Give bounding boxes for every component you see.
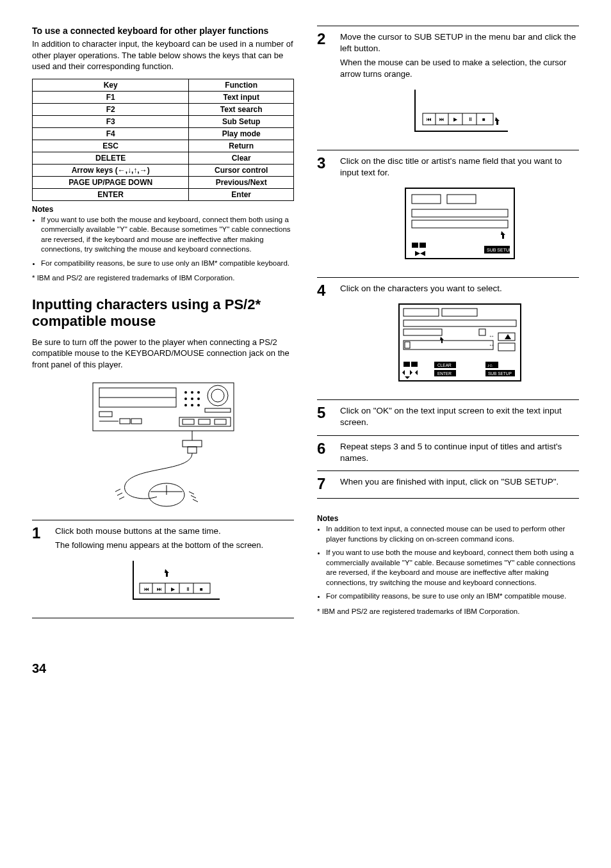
step-2-text: Move the cursor to SUB SETUP in the menu… bbox=[340, 32, 576, 53]
svg-text:↔: ↔ bbox=[489, 333, 494, 339]
svg-rect-62 bbox=[442, 309, 477, 316]
svg-rect-21 bbox=[199, 419, 210, 424]
svg-marker-75 bbox=[402, 370, 405, 375]
svg-rect-19 bbox=[179, 417, 231, 426]
svg-text:⏮: ⏮ bbox=[427, 117, 432, 122]
svg-rect-53 bbox=[412, 220, 508, 228]
step-3-diagram: SUB SETUP bbox=[340, 185, 579, 262]
svg-rect-63 bbox=[403, 320, 516, 326]
table-row: F4Play mode bbox=[33, 127, 294, 140]
step-4-text: Click on the characters you want to sele… bbox=[340, 284, 502, 293]
svg-point-7 bbox=[184, 391, 187, 394]
keyboard-intro-text: In addition to character input, the keyb… bbox=[32, 38, 294, 72]
svg-marker-72 bbox=[505, 334, 511, 339]
step-number: 4 bbox=[317, 283, 331, 393]
page-number: 34 bbox=[32, 661, 579, 676]
svg-point-10 bbox=[184, 398, 187, 400]
svg-text:⏮: ⏮ bbox=[144, 586, 149, 592]
svg-rect-60 bbox=[399, 304, 521, 381]
step-2-diagram: ⏮ ⏭ ▶ ⏸ ■ bbox=[340, 86, 579, 134]
svg-marker-77 bbox=[415, 370, 418, 375]
svg-rect-22 bbox=[215, 419, 226, 424]
svg-rect-74 bbox=[411, 362, 418, 367]
svg-text:▶: ▶ bbox=[171, 586, 175, 592]
table-row: Arrow keys (←,↓,↑,→)Cursor control bbox=[33, 164, 294, 176]
svg-text:⏸: ⏸ bbox=[468, 117, 473, 122]
svg-rect-61 bbox=[403, 309, 439, 316]
step-number: 2 bbox=[317, 31, 331, 143]
svg-rect-6 bbox=[131, 419, 142, 424]
svg-marker-57 bbox=[420, 251, 425, 256]
step-1-text: Click both mouse buttons at the same tim… bbox=[55, 526, 221, 536]
svg-point-9 bbox=[197, 391, 200, 394]
svg-point-17 bbox=[211, 389, 224, 402]
svg-text:⏭: ⏭ bbox=[439, 117, 444, 122]
svg-text:▶: ▶ bbox=[453, 117, 458, 122]
svg-marker-78 bbox=[405, 376, 410, 379]
mouse-section-heading: Inputting characters using a PS/2* compa… bbox=[32, 296, 294, 330]
step-7-text: When you are finished with input, click … bbox=[340, 477, 558, 486]
svg-rect-64 bbox=[403, 329, 442, 335]
step-1-diagram: ⏮ ⏭ ▶ ⏸ ■ bbox=[55, 558, 294, 602]
svg-text:■: ■ bbox=[482, 117, 485, 122]
list-item: In addition to text input, a connected m… bbox=[326, 524, 579, 544]
player-mouse-diagram bbox=[32, 376, 294, 511]
table-row: ENTEREnter bbox=[33, 188, 294, 200]
svg-text:SUB SETUP: SUB SETUP bbox=[488, 371, 512, 376]
notes-list-right: In addition to text input, a connected m… bbox=[317, 524, 579, 602]
step-6: 6 Repeat steps 3 and 5 to continue input… bbox=[317, 435, 579, 470]
svg-rect-50 bbox=[412, 195, 441, 204]
notes-list-left: If you want to use both the mouse and ke… bbox=[32, 215, 294, 269]
ibm-footnote-left: * IBM and PS/2 are registered trademarks… bbox=[32, 273, 294, 284]
notes-heading-left: Notes bbox=[32, 205, 294, 214]
table-row: ESCReturn bbox=[33, 140, 294, 152]
key-function-table: Key Function F1Text input F2Text search … bbox=[32, 79, 294, 201]
step-4-diagram: ↔ ↔ CLEAR ENTER bbox=[340, 301, 579, 384]
th-function: Function bbox=[189, 79, 294, 91]
svg-text:↔: ↔ bbox=[489, 342, 494, 348]
svg-rect-55 bbox=[420, 243, 426, 248]
svg-rect-18 bbox=[205, 408, 231, 412]
svg-point-15 bbox=[197, 404, 200, 406]
list-item: For compatibility reasons, be sure to us… bbox=[41, 259, 294, 269]
svg-text:ENTER: ENTER bbox=[437, 371, 452, 376]
step-3-text: Click on the disc title or artist's name… bbox=[340, 156, 562, 177]
table-row: F1Text input bbox=[33, 91, 294, 103]
svg-rect-5 bbox=[120, 419, 130, 424]
svg-text:SUB SETUP: SUB SETUP bbox=[487, 248, 512, 252]
step-3: 3 Click on the disc title or artist's na… bbox=[317, 150, 579, 277]
step-number: 7 bbox=[317, 476, 331, 492]
svg-text:CLEAR: CLEAR bbox=[437, 363, 452, 367]
svg-rect-51 bbox=[447, 195, 476, 204]
step-2-subtext: When the mouse can be used to make a sel… bbox=[340, 57, 579, 79]
table-row: PAGE UP/PAGE DOWNPrevious/Next bbox=[33, 176, 294, 188]
svg-point-13 bbox=[184, 404, 187, 406]
notes-heading-right: Notes bbox=[317, 514, 579, 523]
table-row: DELETEClear bbox=[33, 152, 294, 164]
svg-point-12 bbox=[197, 398, 200, 400]
svg-text:♪⌂: ♪⌂ bbox=[487, 363, 493, 367]
svg-text:■: ■ bbox=[200, 586, 203, 592]
step-5: 5 Click on "OK" on the text input screen… bbox=[317, 399, 579, 435]
svg-point-11 bbox=[191, 398, 193, 400]
svg-rect-24 bbox=[183, 440, 202, 447]
svg-rect-52 bbox=[412, 209, 508, 217]
table-row: F3Sub Setup bbox=[33, 115, 294, 127]
svg-rect-65 bbox=[479, 329, 485, 335]
svg-marker-76 bbox=[410, 370, 412, 375]
step-number: 3 bbox=[317, 156, 331, 271]
svg-point-16 bbox=[208, 385, 228, 406]
table-row: F2Text search bbox=[33, 103, 294, 115]
step-number: 5 bbox=[317, 405, 331, 428]
step-6-text: Repeat steps 3 and 5 to continue input o… bbox=[340, 442, 562, 463]
svg-rect-54 bbox=[412, 243, 418, 248]
step-4: 4 Click on the characters you want to se… bbox=[317, 277, 579, 399]
svg-text:⏭: ⏭ bbox=[157, 586, 162, 592]
mouse-section-intro: Be sure to turn off the power to the pla… bbox=[32, 337, 294, 371]
step-2: 2 Move the cursor to SUB SETUP in the me… bbox=[317, 26, 579, 150]
step-1-subtext: The following menu appears at the bottom… bbox=[55, 540, 294, 551]
svg-rect-73 bbox=[403, 362, 410, 367]
step-7: 7 When you are finished with input, clic… bbox=[317, 470, 579, 499]
svg-point-14 bbox=[191, 404, 193, 406]
list-item: If you want to use both the mouse and ke… bbox=[326, 548, 579, 588]
